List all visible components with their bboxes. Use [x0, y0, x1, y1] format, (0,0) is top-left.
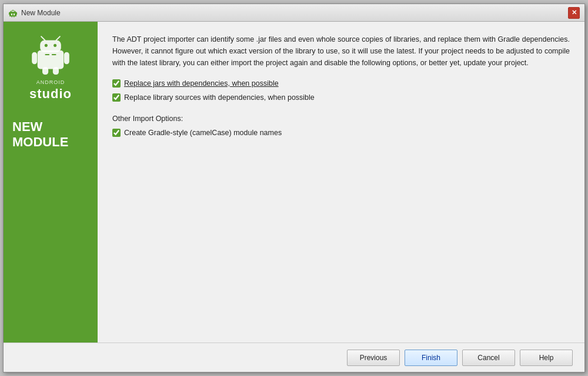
title-bar: New Module ✕ [4, 4, 584, 22]
svg-rect-6 [16, 12, 18, 15]
svg-rect-7 [12, 16, 13, 18]
button-bar: Previous Finish Cancel Help [4, 343, 584, 372]
checkbox2-row: Replace library sources with dependencie… [112, 93, 570, 102]
window-body: ANDROID studio NEW MODULE The ADT projec… [4, 22, 584, 343]
svg-point-3 [11, 10, 12, 11]
checkbox1-row: Replace jars with dependencies, when pos… [112, 79, 570, 88]
description-text: The ADT project importer can identify so… [112, 33, 570, 69]
svg-rect-19 [45, 54, 49, 55]
replace-library-label[interactable]: Replace library sources with dependencie… [124, 93, 315, 102]
previous-button[interactable]: Previous [347, 350, 400, 366]
svg-point-4 [14, 10, 14, 11]
svg-line-14 [56, 36, 60, 40]
svg-rect-15 [32, 52, 37, 64]
other-import-title: Other Import Options: [112, 115, 570, 123]
replace-jars-label[interactable]: Replace jars with dependencies, when pos… [124, 79, 279, 88]
create-gradle-style-checkbox[interactable] [112, 129, 121, 137]
help-button[interactable]: Help [520, 350, 573, 366]
new-module-label: NEW MODULE [9, 119, 68, 150]
checkbox3-row: Create Gradle-style (camelCase) module n… [112, 129, 570, 137]
new-module-window: New Module ✕ [3, 4, 585, 372]
studio-label: studio [29, 86, 72, 102]
title-bar-android-icon [8, 8, 18, 18]
window-title: New Module [21, 9, 61, 17]
android-label: ANDROID [36, 79, 65, 85]
svg-rect-10 [40, 40, 61, 52]
android-robot-icon [30, 33, 71, 75]
sidebar: ANDROID studio NEW MODULE [4, 22, 98, 343]
cancel-button[interactable]: Cancel [462, 350, 515, 366]
svg-line-13 [41, 36, 45, 40]
svg-rect-8 [14, 16, 15, 18]
finish-button[interactable]: Finish [405, 350, 457, 366]
main-content: The ADT project importer can identify so… [98, 22, 584, 343]
close-button[interactable]: ✕ [568, 7, 580, 19]
svg-rect-1 [11, 14, 12, 15]
svg-rect-5 [9, 12, 10, 15]
svg-rect-9 [38, 51, 64, 69]
svg-rect-2 [14, 14, 15, 15]
replace-library-checkbox[interactable] [112, 93, 121, 102]
svg-point-11 [45, 44, 48, 47]
svg-rect-18 [53, 67, 59, 75]
create-gradle-style-label[interactable]: Create Gradle-style (camelCase) module n… [124, 129, 282, 137]
svg-rect-20 [52, 54, 56, 55]
replace-jars-checkbox[interactable] [112, 79, 121, 88]
svg-rect-0 [9, 12, 16, 16]
svg-point-12 [54, 44, 56, 47]
svg-rect-17 [42, 67, 48, 75]
title-bar-left: New Module [8, 8, 61, 18]
svg-rect-16 [64, 52, 69, 64]
